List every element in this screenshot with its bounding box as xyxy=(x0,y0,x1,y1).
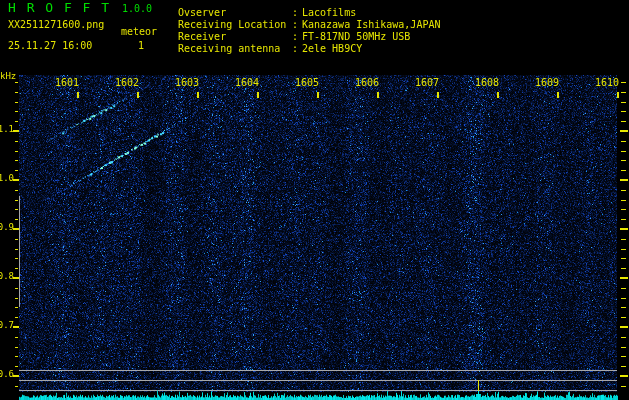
hrofft-screen: H R O F F T 1.0.0 XX2511271600.png meteo… xyxy=(0,0,629,400)
info-separator: : xyxy=(292,19,302,31)
time-tick-label: 1604 xyxy=(233,78,259,88)
app-version: 1.0.0 xyxy=(122,4,152,14)
info-row: Receiving Location:Kanazawa Ishikawa,JAP… xyxy=(178,19,440,31)
time-tick-label: 1607 xyxy=(413,78,439,88)
time-tick-label: 1601 xyxy=(53,78,79,88)
freq-tick-label: 0.7 xyxy=(0,321,14,330)
info-separator: : xyxy=(292,7,302,19)
time-tick-label: 1603 xyxy=(173,78,199,88)
capture-datetime: 25.11.27 16:00 xyxy=(8,41,92,51)
observation-info: Ovserver:LacofilmsReceiving Location:Kan… xyxy=(178,7,440,55)
info-value: Kanazawa Ishikawa,JAPAN xyxy=(302,19,440,30)
spectrogram-canvas xyxy=(0,0,629,400)
info-label: Receiving Location xyxy=(178,19,292,31)
info-label: Ovserver xyxy=(178,7,292,19)
info-value: Lacofilms xyxy=(302,7,356,18)
freq-axis-unit: kHz xyxy=(0,72,16,81)
info-separator: : xyxy=(292,43,302,55)
time-tick-label: 1605 xyxy=(293,78,319,88)
info-separator: : xyxy=(292,31,302,43)
info-row: Receiver:FT-817ND 50MHz USB xyxy=(178,31,440,43)
mode-count-value: 1 xyxy=(138,41,144,51)
info-label: Receiving antenna xyxy=(178,43,292,55)
time-tick-label: 1609 xyxy=(533,78,559,88)
time-tick-label: 1602 xyxy=(113,78,139,88)
mode-label: meteor xyxy=(121,27,157,37)
info-value: FT-817ND 50MHz USB xyxy=(302,31,410,42)
info-value: 2ele HB9CY xyxy=(302,43,362,54)
info-label: Receiver xyxy=(178,31,292,43)
time-tick-label: 1610 xyxy=(593,78,619,88)
app-title: H R O F F T xyxy=(8,3,111,13)
freq-tick-label: 0.9 xyxy=(0,223,14,232)
capture-filename: XX2511271600.png xyxy=(8,20,104,30)
freq-tick-label: 0.8 xyxy=(0,272,14,281)
freq-tick-label: 0.6 xyxy=(0,370,14,379)
info-row: Receiving antenna:2ele HB9CY xyxy=(178,43,440,55)
info-row: Ovserver:Lacofilms xyxy=(178,7,440,19)
time-tick-label: 1608 xyxy=(473,78,499,88)
freq-tick-label: 1.0 xyxy=(0,174,14,183)
freq-tick-label: 1.1 xyxy=(0,125,14,134)
time-tick-label: 1606 xyxy=(353,78,379,88)
